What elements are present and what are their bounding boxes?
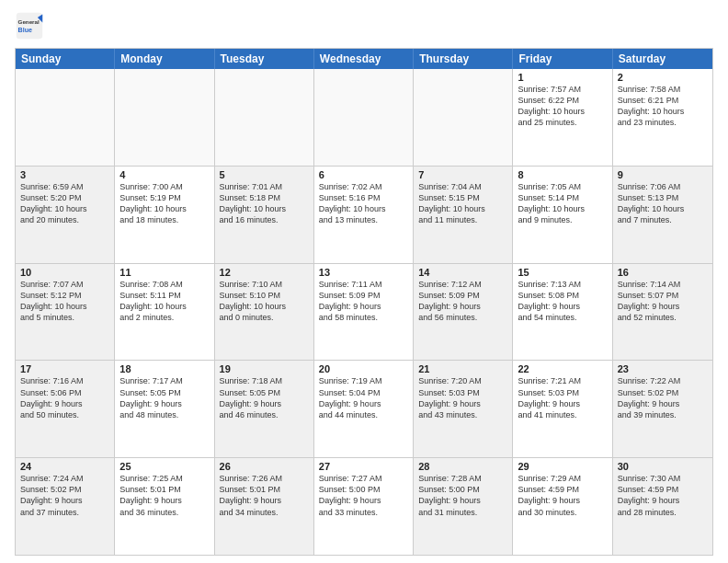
header-day-saturday: Saturday [613,49,712,69]
calendar-row-0: 1Sunrise: 7:57 AM Sunset: 6:22 PM Daylig… [16,69,712,166]
calendar-cell-empty-0-1 [115,69,214,166]
day-number: 21 [418,363,507,374]
svg-rect-0 [17,13,42,39]
cell-info: Sunrise: 7:58 AM Sunset: 6:21 PM Dayligh… [618,84,708,129]
cell-info: Sunrise: 7:30 AM Sunset: 4:59 PM Dayligh… [618,473,708,518]
cell-info: Sunrise: 7:10 AM Sunset: 5:10 PM Dayligh… [220,279,309,324]
day-number: 17 [20,363,109,374]
day-number: 5 [220,169,309,180]
cell-info: Sunrise: 7:29 AM Sunset: 4:59 PM Dayligh… [518,473,607,518]
calendar-cell-29: 29Sunrise: 7:29 AM Sunset: 4:59 PM Dayli… [513,458,612,555]
day-number: 4 [119,169,209,180]
calendar-cell-empty-0-2 [215,69,314,166]
svg-text:General: General [18,18,40,25]
day-number: 3 [20,169,109,180]
cell-info: Sunrise: 6:59 AM Sunset: 5:20 PM Dayligh… [20,181,109,226]
calendar-cell-17: 17Sunrise: 7:16 AM Sunset: 5:06 PM Dayli… [16,361,115,457]
cell-info: Sunrise: 7:26 AM Sunset: 5:01 PM Dayligh… [220,473,309,518]
logo-icon: General Blue [15,11,44,40]
calendar-cell-22: 22Sunrise: 7:21 AM Sunset: 5:03 PM Dayli… [513,361,612,457]
header-day-sunday: Sunday [16,49,115,69]
calendar-cell-25: 25Sunrise: 7:25 AM Sunset: 5:01 PM Dayli… [115,458,214,555]
day-number: 30 [618,461,708,472]
day-number: 26 [220,461,309,472]
day-number: 28 [418,461,507,472]
calendar-row-2: 10Sunrise: 7:07 AM Sunset: 5:12 PM Dayli… [16,263,712,361]
cell-info: Sunrise: 7:28 AM Sunset: 5:00 PM Dayligh… [418,473,507,518]
cell-info: Sunrise: 7:06 AM Sunset: 5:13 PM Dayligh… [618,181,708,226]
cell-info: Sunrise: 7:24 AM Sunset: 5:02 PM Dayligh… [20,473,109,518]
calendar-cell-13: 13Sunrise: 7:11 AM Sunset: 5:09 PM Dayli… [314,264,414,361]
day-number: 23 [618,363,708,374]
calendar-cell-2: 2Sunrise: 7:58 AM Sunset: 6:21 PM Daylig… [613,69,712,166]
calendar-cell-empty-0-0 [16,69,115,166]
header: General Blue [15,11,713,40]
day-number: 12 [220,267,309,278]
cell-info: Sunrise: 7:05 AM Sunset: 5:14 PM Dayligh… [518,181,607,226]
calendar-row-4: 24Sunrise: 7:24 AM Sunset: 5:02 PM Dayli… [16,457,712,555]
day-number: 20 [319,363,408,374]
calendar-cell-14: 14Sunrise: 7:12 AM Sunset: 5:09 PM Dayli… [414,264,513,361]
cell-info: Sunrise: 7:08 AM Sunset: 5:11 PM Dayligh… [119,279,209,324]
day-number: 9 [618,169,708,180]
cell-info: Sunrise: 7:18 AM Sunset: 5:05 PM Dayligh… [220,375,309,420]
cell-info: Sunrise: 7:19 AM Sunset: 5:04 PM Dayligh… [319,375,408,420]
calendar-body: 1Sunrise: 7:57 AM Sunset: 6:22 PM Daylig… [16,69,712,555]
header-day-wednesday: Wednesday [314,49,414,69]
cell-info: Sunrise: 7:04 AM Sunset: 5:15 PM Dayligh… [418,181,507,226]
calendar-cell-empty-0-3 [314,69,414,166]
cell-info: Sunrise: 7:01 AM Sunset: 5:18 PM Dayligh… [220,181,309,226]
calendar-cell-1: 1Sunrise: 7:57 AM Sunset: 6:22 PM Daylig… [513,69,612,166]
cell-info: Sunrise: 7:25 AM Sunset: 5:01 PM Dayligh… [119,473,209,518]
day-number: 1 [518,72,607,83]
calendar-header: SundayMondayTuesdayWednesdayThursdayFrid… [16,49,712,69]
cell-info: Sunrise: 7:20 AM Sunset: 5:03 PM Dayligh… [418,375,507,420]
calendar-cell-empty-0-4 [414,69,513,166]
calendar-cell-5: 5Sunrise: 7:01 AM Sunset: 5:18 PM Daylig… [215,167,314,263]
cell-info: Sunrise: 7:12 AM Sunset: 5:09 PM Dayligh… [418,279,507,324]
calendar-cell-12: 12Sunrise: 7:10 AM Sunset: 5:10 PM Dayli… [215,264,314,361]
cell-info: Sunrise: 7:00 AM Sunset: 5:19 PM Dayligh… [119,181,209,226]
calendar-cell-19: 19Sunrise: 7:18 AM Sunset: 5:05 PM Dayli… [215,361,314,457]
calendar-cell-21: 21Sunrise: 7:20 AM Sunset: 5:03 PM Dayli… [414,361,513,457]
calendar-cell-4: 4Sunrise: 7:00 AM Sunset: 5:19 PM Daylig… [115,167,214,263]
day-number: 8 [518,169,607,180]
cell-info: Sunrise: 7:16 AM Sunset: 5:06 PM Dayligh… [20,375,109,420]
day-number: 25 [119,461,209,472]
day-number: 24 [20,461,109,472]
calendar-cell-26: 26Sunrise: 7:26 AM Sunset: 5:01 PM Dayli… [215,458,314,555]
logo: General Blue [15,11,44,40]
calendar-cell-16: 16Sunrise: 7:14 AM Sunset: 5:07 PM Dayli… [613,264,712,361]
calendar-row-3: 17Sunrise: 7:16 AM Sunset: 5:06 PM Dayli… [16,360,712,457]
calendar-cell-28: 28Sunrise: 7:28 AM Sunset: 5:00 PM Dayli… [414,458,513,555]
day-number: 14 [418,267,507,278]
calendar-cell-6: 6Sunrise: 7:02 AM Sunset: 5:16 PM Daylig… [314,167,414,263]
calendar-cell-10: 10Sunrise: 7:07 AM Sunset: 5:12 PM Dayli… [16,264,115,361]
cell-info: Sunrise: 7:21 AM Sunset: 5:03 PM Dayligh… [518,375,607,420]
cell-info: Sunrise: 7:13 AM Sunset: 5:08 PM Dayligh… [518,279,607,324]
day-number: 2 [618,72,708,83]
cell-info: Sunrise: 7:57 AM Sunset: 6:22 PM Dayligh… [518,84,607,129]
day-number: 10 [20,267,109,278]
day-number: 13 [319,267,408,278]
calendar-row-1: 3Sunrise: 6:59 AM Sunset: 5:20 PM Daylig… [16,166,712,263]
header-day-thursday: Thursday [414,49,513,69]
cell-info: Sunrise: 7:11 AM Sunset: 5:09 PM Dayligh… [319,279,408,324]
day-number: 29 [518,461,607,472]
calendar-cell-8: 8Sunrise: 7:05 AM Sunset: 5:14 PM Daylig… [513,167,612,263]
calendar-cell-30: 30Sunrise: 7:30 AM Sunset: 4:59 PM Dayli… [613,458,712,555]
header-day-monday: Monday [115,49,214,69]
header-day-friday: Friday [513,49,612,69]
calendar-cell-11: 11Sunrise: 7:08 AM Sunset: 5:11 PM Dayli… [115,264,214,361]
day-number: 6 [319,169,408,180]
day-number: 15 [518,267,607,278]
day-number: 19 [220,363,309,374]
header-day-tuesday: Tuesday [215,49,314,69]
calendar-cell-24: 24Sunrise: 7:24 AM Sunset: 5:02 PM Dayli… [16,458,115,555]
cell-info: Sunrise: 7:02 AM Sunset: 5:16 PM Dayligh… [319,181,408,226]
calendar-cell-7: 7Sunrise: 7:04 AM Sunset: 5:15 PM Daylig… [414,167,513,263]
calendar-cell-3: 3Sunrise: 6:59 AM Sunset: 5:20 PM Daylig… [16,167,115,263]
day-number: 16 [618,267,708,278]
day-number: 22 [518,363,607,374]
calendar: SundayMondayTuesdayWednesdayThursdayFrid… [15,48,713,556]
